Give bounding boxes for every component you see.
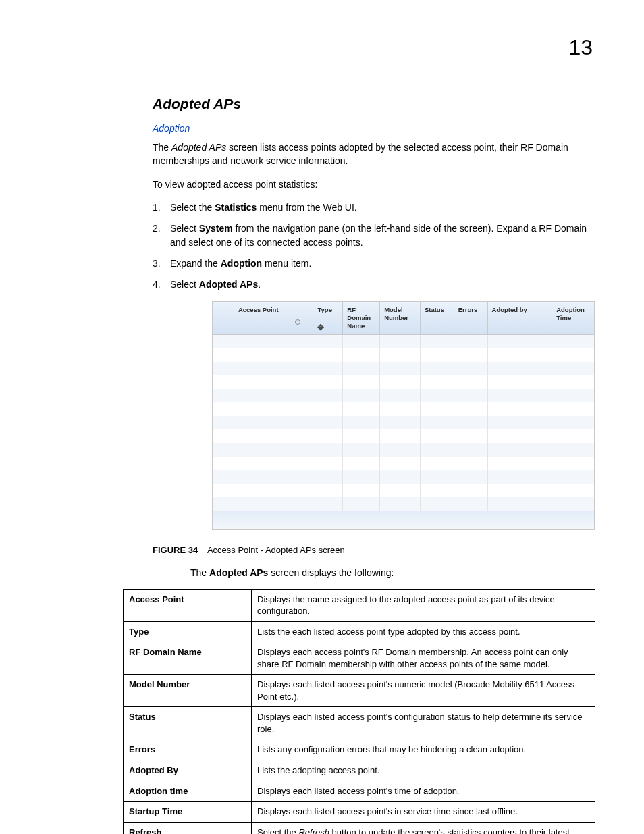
table-header-spacer <box>213 302 234 335</box>
list-marker: 1. <box>153 201 161 215</box>
table-cell <box>380 470 421 484</box>
text: Expand the <box>170 258 221 269</box>
table-column-header[interactable]: Errors <box>454 302 488 335</box>
text: Select the <box>257 827 298 834</box>
table-cell <box>488 335 553 348</box>
table-column-header[interactable]: Adopted by <box>488 302 553 335</box>
table-cell <box>454 457 488 470</box>
table-cell <box>488 402 553 416</box>
table-cell <box>454 348 488 362</box>
table-cell <box>213 416 234 429</box>
adoption-link[interactable]: Adoption <box>153 123 593 134</box>
definition-description: Lists the adopting access point. <box>252 760 595 781</box>
table-row: Adopted ByLists the adopting access poin… <box>124 760 595 781</box>
table-cell <box>234 348 314 362</box>
table-cell <box>454 416 488 429</box>
definition-term: Type <box>124 621 252 642</box>
list-marker: 4. <box>153 278 161 292</box>
column-header-label: Adopted by <box>492 306 527 313</box>
table-cell <box>380 429 421 443</box>
table-cell <box>313 362 343 375</box>
text-bold: Adopted APs <box>199 279 258 290</box>
text-bold: System <box>199 223 233 234</box>
table-cell <box>234 402 314 416</box>
table-cell <box>454 429 488 443</box>
list-item: 1. Select the Statistics menu from the W… <box>153 201 593 215</box>
column-header-label: Adoption Time <box>556 306 585 321</box>
table-cell <box>552 416 594 429</box>
column-header-label: Status <box>425 306 444 313</box>
text: from the navigation pane (on the left-ha… <box>170 223 587 248</box>
table-cell <box>313 335 343 348</box>
table-cell <box>552 443 594 457</box>
text: menu from the Web UI. <box>257 202 356 213</box>
table-cell <box>234 497 314 511</box>
table-cell <box>380 497 421 511</box>
table-cell <box>380 402 421 416</box>
table-column-header[interactable]: Model Number <box>380 302 421 335</box>
table-cell <box>380 416 421 429</box>
table-cell <box>313 402 343 416</box>
table-cell <box>343 497 380 511</box>
table-row: Model NumberDisplays each listed access … <box>124 675 595 707</box>
table-cell <box>234 470 314 484</box>
list-marker: 3. <box>153 257 161 271</box>
table-row <box>213 457 594 470</box>
table-row: Access PointDisplays the name assigned t… <box>124 589 595 621</box>
table-cell <box>552 429 594 443</box>
intro-paragraph: The Adopted APs screen lists access poin… <box>153 140 593 168</box>
table-cell <box>234 457 314 470</box>
table-cell <box>454 335 488 348</box>
table-row: TypeLists the each listed access point t… <box>124 621 595 642</box>
definition-description: Displays each listed access point's nume… <box>252 675 595 707</box>
table-cell <box>454 402 488 416</box>
table-column-header[interactable]: RF Domain Name <box>343 302 380 335</box>
table-cell <box>421 375 454 389</box>
table-cell <box>488 443 553 457</box>
table-cell <box>313 470 343 484</box>
table-cell <box>234 362 314 375</box>
column-header-label: Access Point <box>238 306 279 313</box>
table-column-header[interactable]: Status <box>421 302 454 335</box>
table-cell <box>454 443 488 457</box>
section-heading-adopted-aps: Adopted APs <box>153 96 593 112</box>
screenshot-adopted-aps-table: Access PointType✥RF Domain NameModel Num… <box>212 301 595 530</box>
table-row <box>213 443 594 457</box>
table-column-header[interactable]: Access Point <box>234 302 314 335</box>
table-cell <box>380 375 421 389</box>
table-cell <box>488 497 553 511</box>
column-header-label: RF Domain Name <box>347 306 371 330</box>
table-cell <box>380 457 421 470</box>
table-cell <box>313 443 343 457</box>
table-cell <box>454 470 488 484</box>
table-cell <box>313 348 343 362</box>
list-item: 2. Select System from the navigation pan… <box>153 221 593 250</box>
definition-term: Adopted By <box>124 760 252 781</box>
to-view-text: To view adopted access point statistics: <box>153 178 593 191</box>
table-cell <box>421 443 454 457</box>
table-cell <box>421 335 454 348</box>
column-header-label: Errors <box>458 306 478 313</box>
column-header-label: Model Number <box>384 306 408 321</box>
table-column-header[interactable]: Type✥ <box>313 302 343 335</box>
table-row <box>213 429 594 443</box>
definition-description: Lists any configuration errors that may … <box>252 739 595 760</box>
table-cell <box>488 348 553 362</box>
table-cell <box>380 484 421 497</box>
text: The <box>190 567 209 578</box>
table-cell <box>234 375 314 389</box>
table-cell <box>234 443 314 457</box>
list-marker: 2. <box>153 221 161 236</box>
table-cell <box>343 457 380 470</box>
table-column-header[interactable]: Adoption Time <box>552 302 594 335</box>
table-cell <box>234 429 314 443</box>
table-cell <box>421 497 454 511</box>
table-cell <box>213 348 234 362</box>
table-cell <box>313 389 343 402</box>
table-cell <box>488 416 553 429</box>
definition-description: Displays each listed access point's time… <box>252 781 595 802</box>
table-cell <box>213 389 234 402</box>
text: menu item. <box>262 258 311 269</box>
table-cell <box>234 484 314 497</box>
sort-indicator-icon <box>295 319 300 325</box>
